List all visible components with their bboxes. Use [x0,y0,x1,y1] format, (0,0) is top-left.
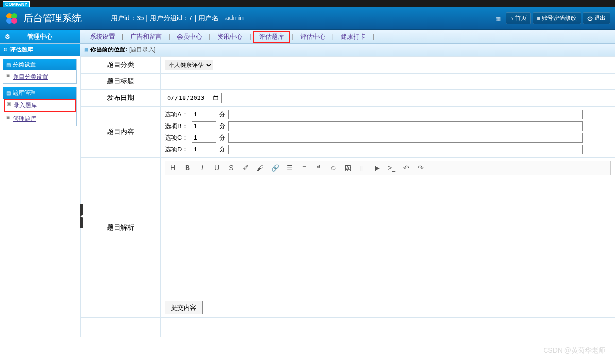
home-icon: ⌂ [510,16,513,21]
logo-icon [5,12,18,25]
tb-heading-icon[interactable]: H [169,164,177,172]
option-label-d: 选项D： [165,145,189,154]
unit-d: 分 [219,145,225,154]
label-content: 题目内容 [81,107,161,158]
sidebar-group-header-bank[interactable]: 题库管理 [3,87,76,99]
label-analysis: 题目解析 [81,158,161,298]
input-score-d[interactable] [192,145,216,154]
option-row-b: 选项B： 分 [165,121,611,131]
tb-redo-icon[interactable]: ↷ [417,164,425,172]
input-option-b[interactable] [228,121,583,131]
grid-icon[interactable]: ▦ [495,15,501,22]
sidebar-group-category: 分类设置 题目分类设置 [3,59,77,84]
breadcrumb: 你当前的位置: [题目录入] [80,44,615,56]
option-label-b: 选项B： [165,122,189,131]
tb-table-icon[interactable]: ▦ [359,164,366,172]
logout-link[interactable]: ⏻退出 [583,12,610,24]
label-submit-empty [81,298,161,318]
svg-point-3 [11,18,17,24]
input-option-c[interactable] [228,133,583,143]
input-option-d[interactable] [228,145,583,154]
option-row-a: 选项A： 分 [165,110,611,119]
empty-label [81,318,161,337]
label-category: 题目分类 [81,57,161,74]
home-link[interactable]: ⌂首页 [506,12,531,24]
textarea-analysis[interactable] [165,175,592,293]
header: 后台管理系统 用户id：35 | 用户分组id：7 | 用户名：admin ▦ … [0,7,615,30]
tb-brush-icon[interactable]: 🖌 [256,164,264,172]
tb-strike-icon[interactable]: S [227,164,235,172]
editor-toolbar: H B I U S ✐ 🖌 🔗 ☰ ≡ ❝ ☺ 🖼 ▦ ▶ [165,161,611,175]
option-row-d: 选项D： 分 [165,145,611,154]
main-content: 你当前的位置: [题目录入] 题目分类 个人健康评估 题目标题 发布日期 [80,44,615,364]
unit-a: 分 [219,110,225,119]
unit-b: 分 [219,122,225,131]
power-icon: ⏻ [587,16,593,21]
unit-c: 分 [219,133,225,142]
tb-bold-icon[interactable]: B [184,164,191,172]
option-label-c: 选项C： [165,133,189,142]
select-category[interactable]: 个人健康评估 [165,60,213,70]
body-row: 评估题库 分类设置 题目分类设置 题库管理 录入题库 管理题库 ◀ 你当前的位置… [0,44,615,364]
nav-item-evaluation[interactable]: 评估中心 [295,32,330,42]
options-cell: 选项A： 分 选项B： 分 选项C： 分 [161,107,615,158]
nav-item-health[interactable]: 健康打卡 [336,32,371,42]
nav-menu: 系统设置| 广告和留言| 会员中心| 资讯中心| 评估题库| 评估中心| 健康打… [80,30,615,43]
nav-item-members[interactable]: 会员中心 [172,32,207,42]
input-title[interactable] [165,77,417,86]
tb-align-icon[interactable]: ≡ [300,164,308,172]
sidebar-item-category-setting[interactable]: 题目分类设置 [3,70,76,83]
nav-item-questionbank[interactable]: 评估题库 [253,31,290,43]
nav-item-news[interactable]: 资讯中心 [212,32,247,42]
option-label-a: 选项A： [165,110,189,119]
sidebar-item-manage-bank[interactable]: 管理题库 [3,113,76,126]
input-score-c[interactable] [192,133,216,143]
breadcrumb-page: [题目录入] [129,46,156,54]
label-date: 发布日期 [81,90,161,107]
sidebar: 评估题库 分类设置 题目分类设置 题库管理 录入题库 管理题库 ◀ [0,44,80,364]
submit-button[interactable]: 提交内容 [165,301,203,314]
nav-management-center[interactable]: 管理中心 [0,30,80,43]
breadcrumb-label: 你当前的位置: [90,46,127,54]
password-link[interactable]: ≡账号密码修改 [533,12,581,24]
tb-italic-icon[interactable]: I [198,164,206,172]
header-right: ▦ ⌂首页 ≡账号密码修改 ⏻退出 [495,12,610,24]
label-title: 题目标题 [81,74,161,90]
form-table: 题目分类 个人健康评估 题目标题 发布日期 题目内容 选项A： [80,56,615,337]
tb-code-icon[interactable]: >_ [388,164,395,172]
nav-row: 管理中心 系统设置| 广告和留言| 会员中心| 资讯中心| 评估题库| 评估中心… [0,30,615,44]
empty-cell [161,318,615,337]
nav-item-ads[interactable]: 广告和留言 [125,32,167,42]
tb-quote-icon[interactable]: ❝ [315,164,323,172]
sidebar-group-header-category[interactable]: 分类设置 [3,59,76,70]
tb-image-icon[interactable]: 🖼 [344,164,352,172]
top-bar: COMPANY [0,0,615,7]
tb-link-icon[interactable]: 🔗 [271,164,279,172]
tb-list-icon[interactable]: ☰ [286,164,293,172]
input-option-a[interactable] [228,110,583,119]
tb-underline-icon[interactable]: U [213,164,221,172]
sidebar-group-bank: 题库管理 录入题库 管理题库 [3,87,77,126]
nav-item-system[interactable]: 系统设置 [85,32,120,42]
input-score-a[interactable] [192,110,216,119]
option-row-c: 选项C： 分 [165,133,611,143]
tb-emoji-icon[interactable]: ☺ [329,164,337,172]
sidebar-title: 评估题库 [0,44,80,56]
analysis-cell: H B I U S ✐ 🖌 🔗 ☰ ≡ ❝ ☺ 🖼 ▦ ▶ [161,158,615,298]
input-date[interactable] [165,93,222,103]
tb-eraser-icon[interactable]: ✐ [242,164,250,172]
tb-video-icon[interactable]: ▶ [373,164,381,172]
tb-undo-icon[interactable]: ↶ [402,164,410,172]
list-icon: ≡ [537,16,540,21]
sidebar-collapse-handle[interactable]: ◀ [80,204,83,228]
input-score-b[interactable] [192,121,216,131]
sidebar-item-enter-bank[interactable]: 录入题库 [4,99,76,112]
user-info: 用户id：35 | 用户分组id：7 | 用户名：admin [111,14,244,23]
app-title: 后台管理系统 [23,12,82,25]
